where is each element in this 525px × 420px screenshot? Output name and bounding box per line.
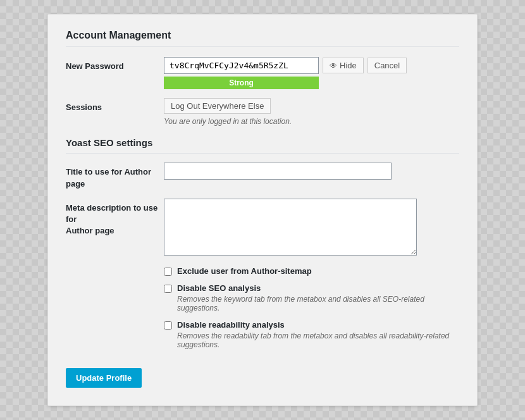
meta-description-label: Meta description to use for Author page: [66, 199, 164, 237]
yoast-seo-title: Yoast SEO settings: [66, 137, 459, 154]
exclude-sitemap-row: Exclude user from Author-sitemap: [164, 266, 459, 276]
disable-readability-label: Disable readability analysis: [177, 320, 459, 330]
new-password-field: 👁 Hide Cancel Strong: [164, 57, 459, 89]
password-input[interactable]: [164, 57, 319, 74]
disable-seo-checkbox[interactable]: [164, 285, 172, 293]
new-password-label: New Password: [66, 57, 164, 72]
session-note: You are only logged in at this location.: [164, 117, 459, 126]
disable-readability-desc: Removes the readability tab from the met…: [177, 331, 459, 349]
author-title-label: Title to use for Author page: [66, 163, 164, 189]
author-title-field: [164, 163, 459, 180]
hide-password-button[interactable]: 👁 Hide: [323, 58, 364, 73]
cancel-password-button[interactable]: Cancel: [368, 58, 407, 73]
sessions-row: Sessions Log Out Everywhere Else You are…: [66, 98, 459, 126]
account-management-title: Account Management: [66, 30, 459, 47]
sessions-field: Log Out Everywhere Else You are only log…: [164, 98, 459, 126]
disable-seo-row: Disable SEO analysis Removes the keyword…: [164, 283, 459, 312]
exclude-sitemap-label: Exclude user from Author-sitemap: [177, 266, 312, 276]
password-strength-bar: Strong: [164, 77, 319, 89]
settings-card: Account Management New Password 👁 Hide C…: [47, 14, 478, 405]
author-title-input[interactable]: [164, 163, 392, 180]
meta-description-row: Meta description to use for Author page: [66, 199, 459, 257]
new-password-row: New Password 👁 Hide Cancel Strong: [66, 57, 459, 89]
eye-icon: 👁: [330, 61, 337, 70]
exclude-sitemap-wrap: Exclude user from Author-sitemap: [177, 266, 312, 276]
disable-seo-label: Disable SEO analysis: [177, 283, 459, 293]
author-title-row: Title to use for Author page: [66, 163, 459, 189]
disable-readability-row: Disable readability analysis Removes the…: [164, 320, 459, 349]
disable-readability-checkbox[interactable]: [164, 321, 172, 330]
meta-description-field: [164, 199, 459, 257]
logout-everywhere-button[interactable]: Log Out Everywhere Else: [164, 98, 271, 114]
exclude-sitemap-checkbox[interactable]: [164, 268, 172, 276]
disable-seo-desc: Removes the keyword tab from the metabox…: [177, 295, 459, 312]
password-input-row: 👁 Hide Cancel: [164, 57, 459, 74]
disable-readability-wrap: Disable readability analysis Removes the…: [177, 320, 459, 349]
disable-seo-wrap: Disable SEO analysis Removes the keyword…: [177, 283, 459, 312]
meta-description-input[interactable]: [164, 199, 417, 256]
update-profile-button[interactable]: Update Profile: [66, 368, 142, 388]
sessions-label: Sessions: [66, 98, 164, 113]
